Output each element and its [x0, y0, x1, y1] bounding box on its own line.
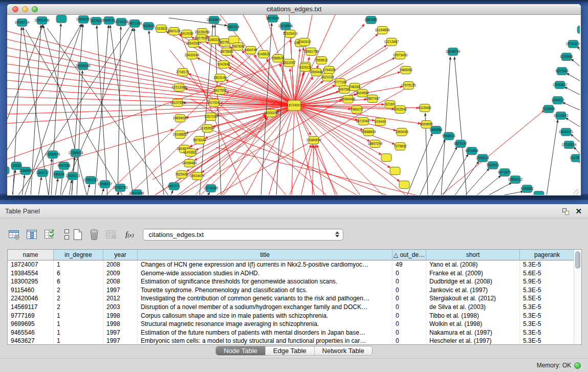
column-header-title[interactable]: title	[138, 250, 393, 260]
table-cell[interactable]: Dudbridge et al. (2008)	[426, 277, 520, 286]
table-cell[interactable]: Estimation of significance thresholds fo…	[138, 277, 393, 286]
table-selector-dropdown[interactable]: citations_edges.txt	[143, 229, 343, 240]
table-cell[interactable]: 1	[54, 260, 103, 269]
tab-network-table[interactable]: Network Table	[314, 346, 372, 355]
table-cell[interactable]: Embryonic stem cells: a model to study s…	[138, 337, 393, 345]
table-cell[interactable]: 1997	[103, 337, 138, 345]
table-cell[interactable]: 9699695	[8, 320, 54, 329]
table-cell[interactable]: Franke et al. (2009)	[426, 269, 520, 278]
table-row[interactable]: 1872400712008Changes of HCN gene express…	[8, 260, 575, 269]
table-cell[interactable]: 0	[393, 312, 426, 320]
minimize-window-icon[interactable]	[22, 6, 28, 12]
network-view-window[interactable]: citations_edges.txt 18724007716382288601…	[7, 4, 581, 195]
table-cell[interactable]: 0	[393, 294, 426, 303]
table-cell[interactable]: 2008	[103, 277, 138, 286]
table-row[interactable]: 946362711997Embryonic stem cells: a mode…	[8, 337, 575, 345]
table-cell[interactable]: Changes of HCN gene expression and I(f) …	[138, 260, 393, 269]
delete-table-icon[interactable]	[89, 229, 100, 240]
table-row[interactable]: 946554611997Estimation of the future num…	[8, 329, 575, 337]
table-row[interactable]: 911546021997Tourette syndrome. Phenomeno…	[8, 286, 575, 295]
table-cell[interactable]: 1997	[103, 286, 138, 295]
close-panel-icon[interactable]: ✕	[575, 204, 582, 218]
table-cell[interactable]: Disruption of a novel member of a sodium…	[138, 303, 393, 312]
graph-node[interactable]	[534, 191, 544, 195]
table-cell[interactable]: 5.3E-5	[520, 303, 575, 312]
table-cell[interactable]: 0	[393, 303, 426, 312]
table-cell[interactable]: Corpus callosum shape and size in male p…	[138, 312, 393, 320]
table-cell[interactable]: 1	[54, 320, 103, 329]
table-cell[interactable]: 1998	[103, 320, 138, 329]
table-cell[interactable]: 9463627	[8, 337, 54, 345]
table-cell[interactable]: 18300295	[8, 277, 54, 286]
table-cell[interactable]: 2008	[103, 260, 138, 269]
table-cell[interactable]: Estimation of the future numbers of pati…	[138, 329, 393, 337]
column-header-year[interactable]: year	[103, 250, 138, 260]
table-cell[interactable]: Genome-wide association studies in ADHD.	[138, 269, 393, 278]
table-row[interactable]: 1830029562008Estimation of significance …	[8, 277, 575, 286]
table-cell[interactable]: 6	[54, 277, 103, 286]
float-panel-icon[interactable]	[562, 208, 569, 215]
select-columns-icon[interactable]	[44, 229, 56, 240]
table-cell[interactable]: 1998	[103, 312, 138, 320]
table-cell[interactable]: Wolkin et al. (1998)	[426, 320, 520, 329]
column-header-in_degree[interactable]: in_degree	[54, 250, 103, 260]
table-cell[interactable]: de Silva et al. (2003)	[426, 303, 520, 312]
column-header-out_de[interactable]: △ out_de…	[393, 250, 426, 260]
function-builder-icon[interactable]: f(x)	[125, 230, 134, 239]
scrollbar-thumb[interactable]	[575, 251, 580, 269]
new-table-icon[interactable]	[73, 229, 83, 240]
table-cell[interactable]: 9777169	[8, 312, 54, 320]
table-cell[interactable]: 2	[54, 286, 103, 295]
close-window-icon[interactable]	[12, 6, 18, 12]
tab-node-table[interactable]: Node Table	[216, 346, 265, 355]
table-cell[interactable]: 18724007	[8, 260, 54, 269]
column-header-pagerank[interactable]: pagerank	[520, 250, 575, 260]
table-cell[interactable]: Yano et al. (2008)	[426, 260, 520, 269]
table-cell[interactable]: Tibbo et al. (1998)	[426, 312, 520, 320]
table-cell[interactable]: Nakamura et al. (1997)	[426, 329, 520, 337]
zoom-window-icon[interactable]	[32, 6, 38, 12]
graph-node[interactable]	[390, 167, 400, 175]
table-cell[interactable]: 5.3E-5	[520, 320, 575, 329]
table-cell[interactable]: 2003	[103, 303, 138, 312]
table-cell[interactable]: Tourette syndrome. Phenomenology and cla…	[138, 286, 393, 295]
network-canvas[interactable]: 1872400771638228860128891293523226058982…	[7, 15, 580, 195]
table-cell[interactable]: Stergiakouli et al. (2012)	[426, 294, 520, 303]
table-cell[interactable]: Hescheler et al. (1997)	[426, 337, 520, 345]
table-cell[interactable]: 2	[54, 294, 103, 303]
table-cell[interactable]: 49	[393, 260, 426, 269]
column-header-name[interactable]: name	[8, 250, 54, 260]
table-cell[interactable]: 5.3E-5	[520, 329, 575, 337]
table-cell[interactable]: 5.5E-5	[520, 294, 575, 303]
table-cell[interactable]: 22420046	[8, 294, 54, 303]
table-cell[interactable]: 5.9E-5	[520, 277, 575, 286]
graph-node[interactable]	[577, 26, 580, 34]
window-titlebar[interactable]: citations_edges.txt	[7, 4, 581, 15]
table-cell[interactable]: 19384554	[8, 269, 54, 278]
table-settings-icon[interactable]	[8, 229, 20, 240]
row-height-icon[interactable]	[64, 229, 70, 239]
table-row[interactable]: 2242004622012Investigating the contribut…	[8, 294, 575, 303]
table-cell[interactable]: 5.3E-5	[520, 260, 575, 269]
table-cell[interactable]: 0	[393, 286, 426, 295]
column-header-short[interactable]: short	[426, 250, 520, 260]
table-cell[interactable]: 5.3E-5	[520, 286, 575, 295]
table-cell[interactable]: 6	[54, 269, 103, 278]
table-cell[interactable]: 2009	[103, 269, 138, 278]
table-cell[interactable]: 5.3E-5	[520, 312, 575, 320]
table-cell[interactable]: 2012	[103, 294, 138, 303]
table-cell[interactable]: 9115460	[8, 286, 54, 295]
graph-node[interactable]	[399, 181, 409, 189]
table-cell[interactable]: 1	[54, 312, 103, 320]
table-cell[interactable]: 2	[54, 303, 103, 312]
table-cell[interactable]: 1997	[103, 329, 138, 337]
table-cell[interactable]: Jankovic et al. (1997)	[426, 286, 520, 295]
table-cell[interactable]: 0	[393, 337, 426, 345]
column-visibility-icon[interactable]	[26, 229, 38, 240]
table-cell[interactable]: 0	[393, 269, 426, 278]
table-cell[interactable]: 0	[393, 329, 426, 337]
table-cell[interactable]: 5.3E-5	[520, 337, 575, 345]
table-cell[interactable]: Structural magnetic resonance image aver…	[138, 320, 393, 329]
table-cell[interactable]: 0	[393, 277, 426, 286]
table-cell[interactable]: 9465546	[8, 329, 54, 337]
